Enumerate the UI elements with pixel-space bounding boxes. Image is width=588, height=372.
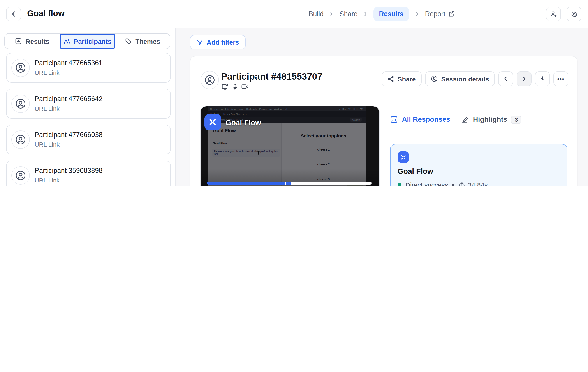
goal-flow-response-card[interactable]: Goal Flow Direct success • 34.84s Select…	[390, 144, 567, 186]
breadcrumb-build[interactable]: Build	[309, 10, 324, 18]
session-details-button[interactable]: Session details	[425, 71, 495, 86]
download-icon	[539, 75, 546, 82]
back-button[interactable]	[6, 7, 21, 21]
microphone-icon	[232, 83, 238, 90]
add-filters-button[interactable]: Add filters	[190, 35, 246, 50]
participant-name: Participant 477666038	[35, 131, 103, 139]
video-progress-bar[interactable]	[207, 182, 372, 185]
bar-chart-icon	[390, 115, 398, 123]
session-card: Participant #481553707 Share Session det…	[190, 56, 578, 186]
participant-list-item[interactable]: Participant 477665361 URL Link	[6, 53, 171, 83]
participant-name: Participant 477665642	[35, 95, 103, 103]
tab-highlights[interactable]: Highlights 3	[462, 113, 521, 130]
next-session-button[interactable]	[517, 71, 532, 86]
highlights-count-badge: 3	[511, 115, 521, 124]
maze-logo	[204, 114, 221, 130]
response-tabs: All Responses Highlights 3	[390, 113, 568, 130]
chevron-right-icon	[329, 11, 334, 16]
maze-logo	[398, 151, 409, 163]
response-block-title: Goal Flow	[398, 167, 433, 176]
person-circle-icon	[15, 170, 26, 181]
tab-results[interactable]: Results	[5, 34, 60, 49]
person-circle-icon	[15, 134, 26, 145]
participant-source: URL Link	[35, 141, 60, 148]
participant-name: Participant 359083898	[35, 167, 103, 175]
highlighter-icon	[462, 116, 469, 123]
top-header: Goal flow Build Share Results Report	[0, 0, 588, 28]
settings-button[interactable]	[567, 7, 581, 21]
chevron-right-icon	[521, 76, 527, 82]
chevron-right-icon	[414, 11, 420, 16]
participant-source: URL Link	[35, 105, 60, 112]
person-circle-icon	[15, 62, 26, 73]
chevron-right-icon	[363, 11, 368, 16]
breadcrumb-share[interactable]: Share	[339, 10, 358, 18]
person-circle-icon	[204, 74, 215, 86]
tab-participants[interactable]: Participants	[60, 34, 115, 49]
previous-session-button[interactable]	[498, 71, 513, 86]
maze-logo-icon	[208, 117, 218, 127]
participant-list-item[interactable]: Participant 477665642 URL Link	[6, 89, 171, 119]
bar-chart-icon	[15, 38, 22, 45]
participant-detail-title: Participant #481553707	[221, 71, 322, 82]
success-dot	[398, 183, 401, 186]
maze-logo-icon	[400, 154, 407, 160]
external-link-icon	[448, 10, 455, 17]
avatar	[200, 71, 219, 89]
avatar	[11, 130, 30, 149]
avatar	[11, 94, 30, 113]
screen-share-icon	[221, 83, 229, 90]
share-button[interactable]: Share	[382, 71, 421, 86]
avatar	[11, 59, 30, 77]
invite-user-button[interactable]	[546, 7, 561, 21]
share-nodes-icon	[388, 75, 394, 82]
breadcrumb-results-active[interactable]: Results	[373, 7, 409, 21]
breadcrumb-report[interactable]: Report	[425, 10, 455, 18]
filter-funnel-icon	[197, 39, 203, 45]
participant-source: URL Link	[35, 177, 60, 184]
more-options-button[interactable]: •••	[553, 71, 568, 86]
participant-source: URL Link	[35, 69, 60, 76]
page-title: Goal flow	[27, 9, 64, 18]
ellipsis-icon: •••	[557, 75, 564, 82]
person-circle-icon	[431, 75, 438, 82]
breadcrumb: Build Share Results Report	[176, 0, 588, 28]
sidebar: Results Participants Themes Participant …	[0, 28, 175, 186]
person-circle-icon	[15, 98, 26, 109]
tab-themes[interactable]: Themes	[115, 34, 170, 49]
participant-list-item[interactable]: Participant 359083898 URL Link	[6, 161, 171, 186]
chevron-left-icon	[503, 76, 509, 82]
people-icon	[63, 38, 70, 45]
stopwatch-icon	[458, 181, 465, 186]
video-overlay-title: Goal Flow	[225, 119, 261, 127]
gear-icon	[570, 10, 578, 18]
recorded-media-icons	[221, 83, 249, 90]
main-content: Add filters Participant #481553707 Share…	[175, 28, 588, 186]
response-status-row: Direct success • 34.84s	[398, 181, 488, 186]
video-progress-fill	[207, 182, 284, 185]
header-actions	[546, 7, 581, 21]
tag-icon	[125, 38, 132, 45]
avatar	[11, 166, 30, 185]
duration-value: 34.84s	[468, 181, 488, 186]
recording-card: Chrome File Edit View History Bookmarks …	[200, 106, 380, 186]
participant-name: Participant 477665361	[35, 59, 103, 67]
participant-list-item[interactable]: Participant 477666038 URL Link	[6, 125, 171, 155]
person-plus-icon	[550, 10, 557, 18]
session-actions: Share Session details •••	[382, 71, 568, 86]
status-label: Direct success	[405, 181, 448, 186]
arrow-left-icon	[10, 10, 17, 18]
download-session-button[interactable]	[535, 71, 550, 86]
video-playhead[interactable]	[286, 182, 291, 185]
tab-all-responses[interactable]: All Responses	[390, 113, 450, 130]
camera-icon	[241, 83, 249, 90]
sidebar-tabs: Results Participants Themes	[4, 33, 170, 49]
app: Goal flow Build Share Results Report	[0, 0, 588, 186]
video-player[interactable]: Chrome File Edit View History Bookmarks …	[200, 106, 379, 186]
